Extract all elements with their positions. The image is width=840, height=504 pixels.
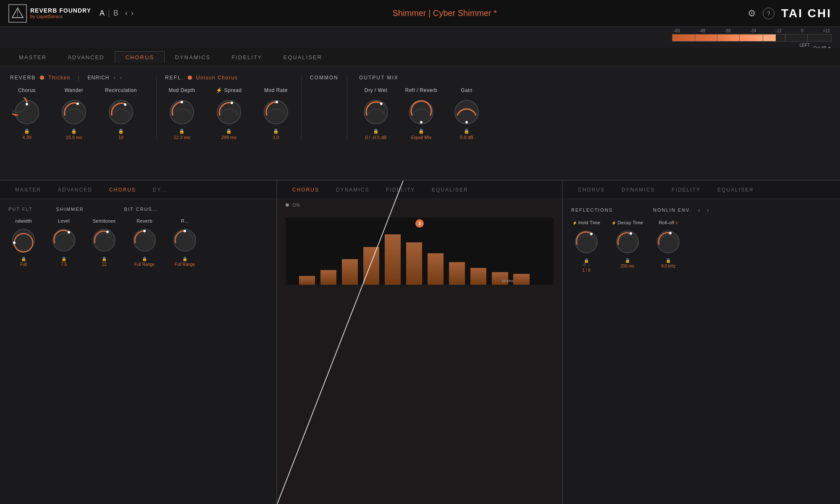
gain-knob[interactable] bbox=[452, 97, 481, 127]
br-tab-chorus[interactable]: CHORUS bbox=[570, 184, 613, 195]
refl-knobs: Mod Depth 🔒 12.3 ms ⚡ Spread bbox=[165, 87, 293, 140]
svg-point-26 bbox=[106, 231, 109, 233]
semitones-knob[interactable] bbox=[91, 227, 118, 255]
bl-section-shimmer: SHIMMER bbox=[56, 207, 84, 212]
level-knob[interactable] bbox=[50, 227, 77, 255]
bl-tab-dy[interactable]: DY... bbox=[144, 184, 176, 195]
moddepth-label: Mod Depth bbox=[168, 87, 195, 93]
bm-tab-fidelity[interactable]: FIDELITY bbox=[378, 184, 423, 195]
plugin-name: TAI CHI bbox=[781, 7, 832, 20]
reverb-dot bbox=[40, 76, 44, 80]
bar-5 bbox=[385, 234, 401, 285]
bm-tab-chorus[interactable]: CHORUS bbox=[284, 184, 328, 195]
nav-next[interactable]: › bbox=[131, 9, 134, 18]
decaytime-knob[interactable] bbox=[614, 228, 641, 257]
preset-name[interactable]: Shimmer | Cyber Shimmer * bbox=[142, 8, 748, 18]
wander-label: Wander bbox=[65, 87, 84, 93]
spread-knob[interactable] bbox=[214, 97, 244, 127]
gear-icon[interactable]: ⚙ bbox=[748, 8, 756, 19]
nav-arrows: ‹ › bbox=[125, 9, 134, 18]
svg-point-5 bbox=[76, 102, 79, 105]
reflreverb-knob[interactable] bbox=[407, 97, 436, 127]
wander-knob-group: Wander 🔒 15.0 ms bbox=[57, 87, 91, 140]
bm-tab-dynamics[interactable]: DYNAMICS bbox=[328, 184, 378, 195]
tab-master[interactable]: MASTER bbox=[8, 51, 57, 63]
bar-4 bbox=[363, 247, 379, 285]
reverb-arrow-right[interactable]: › bbox=[120, 75, 123, 81]
bandwidth-group: ndwidth 🔒 Full bbox=[8, 218, 39, 267]
ab-a[interactable]: A bbox=[100, 9, 105, 18]
help-icon[interactable]: ? bbox=[763, 8, 774, 19]
br-tab-equaliser[interactable]: EQUALISER bbox=[709, 184, 762, 195]
chorus-lock: 🔒 bbox=[24, 129, 30, 134]
recirc-knob[interactable] bbox=[106, 97, 136, 127]
reverb-bl-knob[interactable] bbox=[131, 227, 158, 255]
reverb-mode2: ENRICH bbox=[88, 75, 110, 81]
rolloff-label: Roll-off 6 bbox=[659, 220, 678, 225]
refl-section: REFL. Unison Chorus Mod Depth bbox=[165, 75, 302, 140]
ab-b[interactable]: B bbox=[113, 9, 118, 18]
svg-point-36 bbox=[657, 231, 679, 253]
chorus-knob[interactable] bbox=[12, 97, 42, 127]
br-reflections-label: REFLECTIONS bbox=[571, 207, 613, 213]
tab-chorus[interactable]: CHORUS bbox=[115, 51, 164, 63]
reverb-arrow-left[interactable]: ‹ bbox=[114, 75, 116, 81]
common-label: COMMON bbox=[310, 75, 339, 81]
svg-point-37 bbox=[669, 232, 672, 234]
modrate-knob[interactable] bbox=[261, 97, 291, 127]
tab-fidelity[interactable]: FIDELITY bbox=[221, 51, 273, 63]
wander-knob[interactable] bbox=[59, 97, 89, 127]
recirc-value: 10 bbox=[118, 135, 123, 140]
holdtime-knob[interactable] bbox=[573, 228, 600, 257]
wander-lock: 🔒 bbox=[71, 129, 77, 134]
bl-tab-chorus[interactable]: CHORUS bbox=[101, 184, 144, 195]
br-nonlin-arrow-left[interactable]: ‹ bbox=[698, 207, 700, 213]
brand-name: REVERB FOUNDRY bbox=[30, 7, 91, 14]
bar-2 bbox=[320, 270, 336, 285]
rolloff-knob[interactable] bbox=[655, 228, 682, 257]
br-tab-fidelity[interactable]: FIDELITY bbox=[663, 184, 709, 195]
bandwidth-knob[interactable] bbox=[10, 227, 37, 255]
bl-tab-master[interactable]: MASTER bbox=[7, 184, 50, 195]
br-tab-dynamics[interactable]: DYNAMICS bbox=[613, 184, 663, 195]
ab-sep: | bbox=[108, 9, 110, 18]
holdtime-label: Hold Time bbox=[572, 220, 601, 225]
refl-header: REFL. Unison Chorus bbox=[165, 75, 293, 81]
tab-dynamics[interactable]: DYNAMICS bbox=[165, 51, 221, 63]
svg-point-34 bbox=[617, 231, 638, 253]
r-knob[interactable] bbox=[171, 227, 198, 255]
moddepth-knob[interactable] bbox=[167, 97, 197, 127]
refl-dot bbox=[188, 76, 192, 80]
tab-advanced[interactable]: ADVANCED bbox=[57, 51, 115, 63]
header: REVERB FOUNDRY by LiquidSonics A | B ‹ ›… bbox=[0, 0, 840, 27]
bl-tab-advanced[interactable]: ADVANCED bbox=[50, 184, 101, 195]
nav-prev[interactable]: ‹ bbox=[125, 9, 128, 18]
reverb-header: REVERB Thicken | ENRICH ‹ › bbox=[10, 75, 148, 81]
output-mix-header: OUTPUT MIX bbox=[359, 75, 483, 81]
bottom-panels: MASTER ADVANCED CHORUS DY... PUT FLT SHI… bbox=[0, 181, 840, 504]
rolloff-group: Roll-off 6 🔒 8.0 kHz bbox=[653, 220, 683, 268]
semitones-label: Semitones bbox=[93, 218, 116, 223]
chorus-value: 4.39 bbox=[22, 135, 31, 140]
svg-point-28 bbox=[143, 230, 146, 232]
on-label: ON bbox=[292, 202, 300, 207]
spread-label: ⚡ Spread bbox=[216, 87, 242, 93]
spectrum-area: 3 10 kHz bbox=[286, 218, 554, 285]
bm-tab-equaliser[interactable]: EQUALISER bbox=[423, 184, 477, 195]
on-dot bbox=[286, 203, 289, 207]
drywet-knob[interactable] bbox=[361, 97, 391, 127]
svg-point-18 bbox=[420, 121, 423, 123]
br-nonlin-arrow-right[interactable]: › bbox=[707, 207, 709, 213]
output-mix-label: OUTPUT MIX bbox=[359, 75, 399, 81]
spectrum-container: 3 10 kHz bbox=[277, 211, 562, 288]
tab-equaliser[interactable]: EQUALISER bbox=[273, 51, 333, 63]
reverb-mode1[interactable]: Thicken bbox=[48, 75, 71, 81]
semitones-group: Semitones 🔒 12 bbox=[89, 218, 119, 267]
spread-group: ⚡ Spread 🔒 299 ms bbox=[212, 87, 246, 140]
refl-mode[interactable]: Unison Chorus bbox=[196, 75, 238, 81]
svg-point-7 bbox=[124, 103, 126, 106]
gain-group: Gain 🔒 0.0 dB bbox=[450, 87, 483, 140]
common-header: COMMON bbox=[310, 75, 339, 81]
logo-text: REVERB FOUNDRY by LiquidSonics bbox=[30, 7, 91, 20]
br-sections-header: REFLECTIONS NONLIN ENV. ‹ › bbox=[571, 207, 832, 213]
